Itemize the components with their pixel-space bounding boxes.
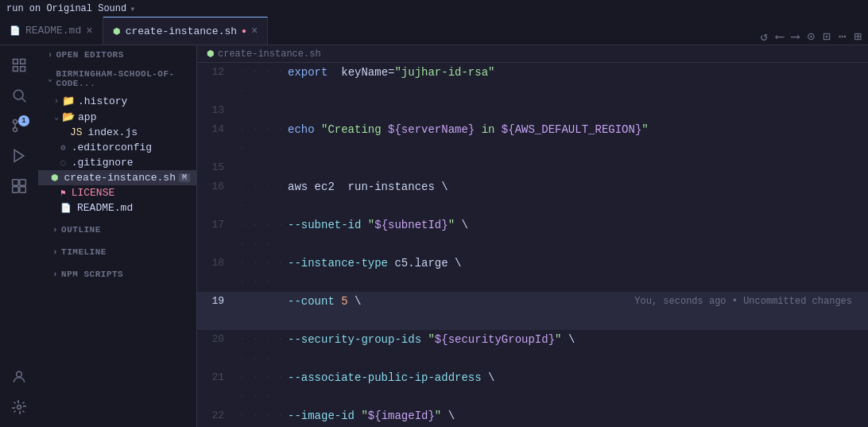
line-content-17: --subnet-id "${subnetId}" \	[285, 215, 868, 235]
readme-sidebar-icon: 📄	[60, 203, 72, 213]
code-line-19: 19 · · · · · · · --count 5 \ You, second…	[197, 292, 868, 330]
code-line-21: 21 · · · · · · · --associate-public-ip-a…	[197, 368, 868, 406]
sidebar-create-instance[interactable]: ⬢ create-instance.sh M	[38, 170, 196, 185]
svg-point-0	[14, 90, 23, 99]
outline-label: OUTLINE	[61, 225, 101, 235]
npm-scripts-tab[interactable]: › NPM SCRIPTS	[45, 266, 131, 282]
sidebar-readme[interactable]: 📄 README.md	[38, 200, 196, 215]
search-activity-icon[interactable]	[6, 82, 33, 109]
source-control-badge: 1	[18, 115, 29, 126]
license-icon: ⚑	[60, 188, 66, 198]
gitignore-icon: ◌	[60, 157, 66, 168]
tab-create-instance[interactable]: ⬢ create-instance.sh ● ×	[103, 17, 269, 45]
line-content-19: --count 5 \	[285, 292, 868, 311]
history-icon[interactable]: ↺	[761, 29, 769, 45]
js-icon: JS	[70, 126, 83, 138]
line-dots-12: · · · · ·	[237, 63, 285, 101]
app-label: app	[78, 111, 96, 123]
line-num-13: 13	[197, 101, 237, 120]
tab-readme[interactable]: 📄 README.md ×	[0, 17, 103, 45]
split-icon[interactable]: ⊙	[807, 29, 815, 45]
breadcrumb-filename: create-instance.sh	[218, 49, 321, 60]
line-num-19: 19	[197, 292, 237, 311]
history-label: .history	[78, 95, 127, 107]
extensions-activity-icon[interactable]	[6, 173, 33, 200]
outline-tab[interactable]: › OUTLINE	[45, 222, 109, 238]
project-label: BIRMINGHAM-SCHOOL-OF-CODE...	[56, 69, 187, 88]
code-line-20: 20 · · · · · · · --security-group-ids "$…	[197, 330, 868, 368]
open-editors-label: OPEN EDITORS	[56, 50, 124, 60]
source-control-activity-icon[interactable]: 1	[6, 112, 33, 139]
outline-chevron: ›	[52, 225, 58, 235]
npm-label: NPM SCRIPTS	[61, 270, 123, 279]
sidebar-index-js[interactable]: JS index.js	[38, 125, 196, 140]
create-instance-icon: ⬢	[51, 173, 59, 183]
line-num-12: 12	[197, 63, 237, 82]
code-line-13: 13	[197, 101, 868, 120]
create-instance-tab-icon: ⬢	[113, 26, 121, 37]
readme-sidebar-label: README.md	[77, 202, 133, 214]
line-num-22: 22	[197, 406, 237, 425]
code-line-12: 12 · · · · · export keyName="jujhar-id-r…	[197, 63, 868, 101]
project-chevron: ⌄	[48, 74, 53, 83]
history-folder-icon: 📁	[62, 95, 75, 107]
sidebar-editorconfig[interactable]: ⚙ .editorconfig	[38, 140, 196, 155]
app-folder-icon: 📂	[62, 111, 75, 123]
line-content-18: --instance-type c5.large \	[285, 254, 868, 273]
line-content-20: --security-group-ids "${securityGroupId}…	[285, 330, 868, 349]
gitignore-label: .gitignore	[72, 157, 134, 169]
layout-icon[interactable]: ⊡	[823, 29, 831, 45]
line-dots-19: · · · · · · ·	[237, 292, 285, 330]
line-num-17: 17	[197, 215, 237, 235]
line-num-15: 15	[197, 158, 237, 177]
create-instance-sidebar-modified: M	[179, 173, 190, 182]
readme-tab-label: README.md	[25, 25, 81, 37]
activity-bar: 1	[0, 45, 38, 427]
line-num-20: 20	[197, 330, 237, 349]
svg-point-13	[17, 406, 21, 410]
timeline-label: TIMELINE	[61, 247, 107, 257]
project-header[interactable]: ⌄ BIRMINGHAM-SCHOOL-OF-CODE...	[38, 64, 196, 93]
code-line-18: 18 · · · · · · · --instance-type c5.larg…	[197, 254, 868, 292]
breadcrumb: ⬢ create-instance.sh	[197, 45, 868, 63]
more-icon[interactable]: ⋯	[839, 29, 847, 45]
line-num-16: 16	[197, 177, 237, 196]
line-content-22: --image-id "${imageId}" \	[285, 406, 868, 425]
create-instance-tab-label: create-instance.sh	[126, 25, 237, 37]
grid-icon[interactable]: ⊞	[854, 29, 862, 45]
main-area: 1	[0, 45, 868, 427]
license-label: LICENSE	[72, 187, 115, 199]
create-instance-modified: ●	[242, 27, 246, 36]
forward-icon[interactable]: ⟶	[792, 29, 800, 45]
accounts-activity-icon[interactable]	[6, 363, 33, 390]
npm-panel-tabs: › NPM SCRIPTS	[38, 260, 196, 282]
title-text: run on Original Sound	[6, 3, 126, 14]
sidebar-gitignore[interactable]: ◌ .gitignore	[38, 155, 196, 170]
editorconfig-label: .editorconfig	[72, 142, 152, 153]
readme-tab-close[interactable]: ×	[86, 25, 92, 37]
line-dots-18: · · · · · · ·	[237, 254, 285, 292]
sidebar-license[interactable]: ⚑ LICENSE	[38, 185, 196, 200]
create-instance-sidebar-label: create-instance.sh	[64, 172, 176, 184]
svg-point-3	[14, 128, 17, 132]
editorconfig-icon: ⚙	[60, 142, 66, 153]
run-activity-icon[interactable]	[6, 142, 33, 169]
timeline-tab[interactable]: › TIMELINE	[45, 244, 114, 260]
code-editor[interactable]: 12 · · · · · export keyName="jujhar-id-r…	[197, 63, 868, 427]
open-editors-header[interactable]: › OPEN EDITORS	[38, 45, 196, 64]
sidebar-history[interactable]: › 📁 .history	[38, 93, 196, 109]
sidebar-app[interactable]: ⌄ 📂 app	[38, 109, 196, 125]
create-instance-tab-close[interactable]: ×	[251, 25, 258, 37]
code-line-22: 22 · · · · · · · --image-id "${imageId}"…	[197, 406, 868, 427]
title-bar: run on Original Sound ▾	[0, 0, 868, 17]
svg-point-2	[14, 120, 17, 124]
back-icon[interactable]: ⟵	[776, 29, 784, 45]
code-line-14: 14 · · · · · echo "Creating ${serverName…	[197, 120, 868, 158]
line-dots-21: · · · · · · ·	[237, 368, 285, 406]
explorer-icon[interactable]	[6, 52, 33, 79]
settings-activity-icon[interactable]	[6, 394, 33, 421]
svg-rect-9	[20, 180, 26, 186]
readme-tab-icon: 📄	[10, 25, 21, 36]
code-line-16: 16 · · · · · aws ec2 run-instances \	[197, 177, 868, 215]
svg-point-12	[17, 371, 22, 377]
